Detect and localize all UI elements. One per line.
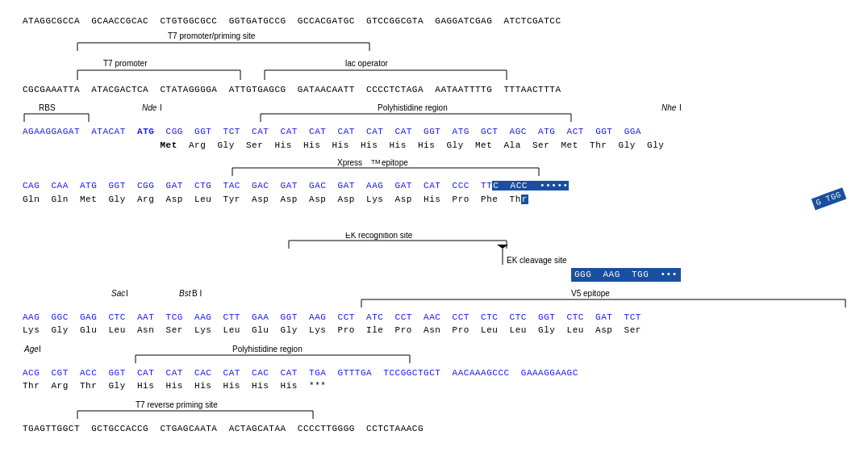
svg-text:Nhe: Nhe bbox=[661, 103, 677, 112]
annotation-age-poly: Age I Polyhistidine region bbox=[23, 344, 845, 366]
svg-text:EK recognition site: EK recognition site bbox=[345, 232, 413, 240]
section-t7-promoter: ATAGGCGCCA GCAACCGCAC CTGTGGCGCC GGTGATG… bbox=[23, 15, 845, 96]
dna-seq-6: ACG CGT ACC GGT CAT CAT CAC CAT CAC CAT … bbox=[23, 366, 845, 380]
svg-text:V5 epitope: V5 epitope bbox=[571, 289, 610, 298]
annotation-svg-2: T7 promoter lac operator bbox=[23, 57, 862, 83]
dna-seq-4b: GGG AAG TGG ••• bbox=[571, 268, 681, 282]
annotation-rbs-nde: RBS Nde I Polyhistidine region Nhe I bbox=[23, 103, 845, 125]
section-sac-v5: Sac I Bst B I V5 epitope AAG GGC GAG CTC… bbox=[23, 288, 845, 337]
section-age-poly: Age I Polyhistidine region ACG CGT ACC G… bbox=[23, 344, 845, 393]
annotation-t7-lac: T7 promoter lac operator bbox=[23, 57, 845, 83]
annotation-sac-v5: Sac I Bst B I V5 epitope bbox=[23, 288, 845, 311]
svg-text:B I: B I bbox=[192, 289, 202, 298]
dna-seq-3: AGAAGGAGAT ATACAT ATG CGG GGT TCT CAT CA… bbox=[23, 125, 845, 139]
aa-seq-5: Lys Gly Glu Leu Asn Ser Lys Leu Glu Gly … bbox=[23, 324, 845, 337]
section-xpress: Xpress TM epitope CAG CAA ATG GGT CGG GA… bbox=[23, 158, 845, 282]
svg-text:I: I bbox=[126, 289, 128, 298]
svg-text:EK cleavage site: EK cleavage site bbox=[507, 256, 567, 265]
section-t7-reverse: T7 reverse priming site TGAGTTGGCT GCTGC… bbox=[23, 400, 845, 436]
aa-seq-4: Gln Gln Met Gly Arg Asp Leu Tyr Asp Asp … bbox=[23, 193, 845, 233]
annotation-svg-3: RBS Nde I Polyhistidine region Nhe I bbox=[23, 103, 868, 125]
svg-text:T7 promoter: T7 promoter bbox=[103, 59, 148, 68]
dna-seq-2: CGCGAAATTA ATACGACTCA CTATAGGGGA ATTGTGA… bbox=[23, 83, 845, 97]
annotation-svg-4: Xpress TM epitope bbox=[23, 158, 868, 179]
svg-text:T7 promoter/priming site: T7 promoter/priming site bbox=[168, 31, 256, 40]
dna-seq-5: AAG GGC GAG CTC AAT TCG AAG CTT GAA GGT … bbox=[23, 311, 845, 324]
annotation-svg-6: Sac I Bst B I V5 epitope bbox=[23, 288, 868, 311]
svg-text:T7 reverse priming site: T7 reverse priming site bbox=[136, 400, 218, 409]
annotation-t7-priming: T7 promoter/priming site bbox=[23, 28, 845, 57]
svg-text:I: I bbox=[39, 345, 41, 354]
annotation-svg-8: T7 reverse priming site bbox=[23, 400, 868, 422]
section-rbs-poly: RBS Nde I Polyhistidine region Nhe I AGA… bbox=[23, 103, 845, 152]
annotation-svg-5: EK recognition site EK cleavage site bbox=[23, 232, 868, 268]
svg-text:TM: TM bbox=[371, 158, 381, 165]
svg-text:I: I bbox=[160, 103, 162, 112]
aa-seq-6: Thr Arg Thr Gly His His His His His His … bbox=[23, 379, 845, 393]
svg-text:Sac: Sac bbox=[111, 289, 125, 298]
svg-text:RBS: RBS bbox=[39, 103, 56, 112]
svg-text:I: I bbox=[679, 103, 682, 112]
svg-text:Bst: Bst bbox=[179, 289, 192, 298]
sequence-diagram: ATAGGCGCCA GCAACCGCAC CTGTGGCGCC GGTGATG… bbox=[15, 8, 853, 442]
svg-text:Nde: Nde bbox=[142, 103, 157, 112]
svg-text:Polyhistidine region: Polyhistidine region bbox=[378, 103, 448, 112]
svg-text:Age: Age bbox=[23, 345, 39, 354]
svg-text:Xpress: Xpress bbox=[337, 158, 362, 167]
annotation-ek: EK recognition site EK cleavage site bbox=[23, 232, 845, 268]
svg-text:lac operator: lac operator bbox=[345, 59, 388, 68]
dna-seq-4: CAG CAA ATG GGT CGG GAT CTG TAC GAC GAT … bbox=[23, 179, 845, 193]
svg-text:epitope: epitope bbox=[382, 158, 408, 167]
dna-seq-1: ATAGGCGCCA GCAACCGCAC CTGTGGCGCC GGTGATG… bbox=[23, 15, 845, 28]
aa-seq-3: Met Arg Gly Ser His His His His His His … bbox=[23, 139, 845, 153]
annotation-xpress: Xpress TM epitope bbox=[23, 158, 845, 179]
dna-seq-7: TGAGTTGGCT GCTGCCACCG CTGAGCAATA ACTAGCA… bbox=[23, 422, 845, 436]
svg-text:Polyhistidine region: Polyhistidine region bbox=[232, 345, 303, 354]
annotation-t7-reverse: T7 reverse priming site bbox=[23, 400, 845, 422]
annotation-svg-7: Age I Polyhistidine region bbox=[23, 344, 868, 366]
annotation-svg-1: T7 promoter/priming site bbox=[23, 28, 862, 57]
